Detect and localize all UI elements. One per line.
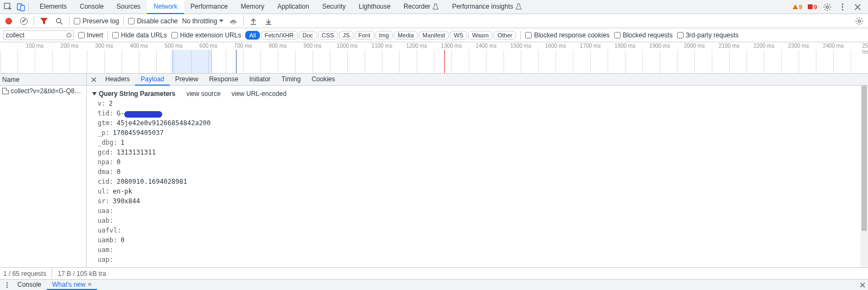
param-key: cid	[98, 178, 113, 185]
drawer-tab-console[interactable]: Console	[12, 280, 47, 290]
param-key: tid	[98, 109, 113, 117]
details-tab-preview[interactable]: Preview	[170, 74, 204, 86]
timeline-tick: 1000 ms	[337, 42, 358, 49]
search-button[interactable]	[54, 16, 65, 27]
timeline-selection[interactable]	[172, 50, 212, 73]
filter-toggle-button[interactable]	[39, 16, 49, 27]
network-settings-gear-icon[interactable]	[854, 16, 865, 27]
top-tab-memory[interactable]: Memory	[234, 0, 271, 14]
type-filter-img[interactable]: Img	[375, 31, 393, 40]
blocked-response-cookies-checkbox[interactable]: Blocked response cookies	[525, 31, 609, 39]
drawer-close-button[interactable]	[857, 280, 868, 290]
drawer-tab-close-icon[interactable]: ×	[88, 281, 92, 288]
filter-clear-button[interactable]	[65, 31, 73, 39]
divider	[520, 31, 521, 40]
type-filter-js[interactable]: JS	[339, 31, 354, 40]
type-filter-media[interactable]: Media	[394, 31, 418, 40]
disable-cache-input[interactable]	[128, 18, 135, 24]
warnings-badge[interactable]: 9	[792, 4, 803, 10]
param-key: gcd	[98, 149, 113, 156]
type-filter-bar: AllFetch/XHRDocCSSJSFontImgMediaManifest…	[245, 31, 516, 40]
download-har-icon[interactable]	[263, 16, 274, 27]
svg-point-15	[56, 18, 61, 23]
top-tab-console[interactable]: Console	[73, 0, 110, 14]
details-tab-initiator[interactable]: Initiator	[244, 74, 276, 86]
hide-extension-urls-checkbox[interactable]: Hide extension URLs	[171, 31, 241, 39]
top-tab-recorder[interactable]: Recorder	[397, 0, 445, 14]
top-tab-elements[interactable]: Elements	[33, 0, 73, 14]
disable-cache-checkbox[interactable]: Disable cache	[128, 17, 177, 25]
throttling-select[interactable]: No throttling	[182, 17, 224, 25]
blocked-requests-input[interactable]	[614, 32, 621, 38]
record-button[interactable]	[3, 16, 14, 27]
drawer-more-icon[interactable]	[2, 280, 12, 290]
top-tab-lighthouse[interactable]: Lighthouse	[352, 0, 397, 14]
type-filter-wasm[interactable]: Wasm	[468, 31, 493, 40]
drawer-tab-what-s-new[interactable]: What's new×	[47, 280, 97, 290]
errors-badge[interactable]: 9	[807, 4, 818, 10]
throttling-value: No throttling	[182, 17, 218, 25]
request-row[interactable]: collect?v=2&tid=G-Q8THBBF5...	[0, 86, 86, 96]
gear-icon[interactable]	[821, 1, 833, 13]
hide-extension-urls-input[interactable]	[171, 32, 178, 38]
type-filter-manifest[interactable]: Manifest	[419, 31, 449, 40]
invert-checkbox[interactable]: Invert	[78, 31, 103, 39]
third-party-checkbox[interactable]: 3rd-party requests	[677, 31, 738, 39]
network-overview-timeline[interactable]: 100 ms200 ms300 ms400 ms500 ms600 ms700 …	[0, 42, 868, 74]
details-close-button[interactable]	[88, 74, 100, 86]
top-tab-performance-insights[interactable]: Performance insights	[445, 0, 528, 14]
top-tab-performance[interactable]: Performance	[184, 0, 234, 14]
close-icon[interactable]	[852, 1, 864, 13]
top-tab-security[interactable]: Security	[316, 0, 352, 14]
preserve-log-checkbox[interactable]: Preserve log	[74, 17, 119, 25]
clear-icon	[20, 17, 28, 25]
request-list-header[interactable]: Name	[0, 74, 86, 86]
tab-label: Application	[277, 3, 309, 10]
timeline-tick: 1900 ms	[649, 42, 670, 49]
upload-har-icon[interactable]	[248, 16, 259, 27]
filter-input[interactable]	[3, 30, 74, 40]
type-filter-font[interactable]: Font	[355, 31, 374, 40]
blocked-requests-checkbox[interactable]: Blocked requests	[614, 31, 673, 39]
more-icon[interactable]	[837, 1, 848, 13]
param-key: npa	[98, 158, 113, 166]
type-filter-other[interactable]: Other	[494, 31, 516, 40]
network-conditions-icon[interactable]	[228, 16, 239, 27]
param-row: gtm45je42e0v91266854842a200	[90, 118, 868, 128]
top-tab-sources[interactable]: Sources	[110, 0, 147, 14]
third-party-input[interactable]	[677, 32, 684, 38]
type-filter-css[interactable]: CSS	[318, 31, 338, 40]
payload-section-header[interactable]: Query String Parameters view source view…	[90, 89, 868, 99]
preserve-log-input[interactable]	[74, 18, 80, 24]
details-tab-timing[interactable]: Timing	[276, 74, 307, 86]
param-key: v	[98, 100, 105, 107]
clear-button[interactable]	[18, 16, 29, 27]
view-source-link[interactable]: view source	[186, 90, 220, 98]
details-tab-payload[interactable]: Payload	[135, 74, 169, 86]
hide-data-urls-checkbox[interactable]: Hide data URLs	[112, 31, 167, 39]
param-row: uab	[90, 216, 868, 225]
svg-point-31	[7, 284, 8, 285]
top-tab-network[interactable]: Network	[147, 0, 184, 14]
tab-label: Console	[80, 3, 104, 10]
timeline-tick: 200 ms	[61, 42, 79, 49]
param-key: ul	[98, 188, 110, 195]
timeline-tick: 800 ms	[269, 42, 287, 49]
type-filter-doc[interactable]: Doc	[299, 31, 317, 40]
inspect-element-icon[interactable]	[2, 1, 14, 13]
device-toggle-icon[interactable]	[15, 1, 27, 13]
details-vertical-scrollbar[interactable]	[860, 86, 868, 267]
details-tab-response[interactable]: Response	[203, 74, 244, 86]
param-value: 0	[120, 236, 124, 244]
type-filter-ws[interactable]: WS	[450, 31, 467, 40]
details-tab-headers[interactable]: Headers	[100, 74, 135, 86]
hide-data-urls-input[interactable]	[112, 32, 119, 38]
type-filter-fetch-xhr[interactable]: Fetch/XHR	[261, 31, 298, 40]
type-filter-all[interactable]: All	[245, 31, 259, 40]
invert-input[interactable]	[78, 32, 85, 38]
top-tab-application[interactable]: Application	[271, 0, 316, 14]
scrollbar-thumb[interactable]	[861, 86, 867, 231]
view-url-encoded-link[interactable]: view URL-encoded	[232, 90, 286, 98]
details-tab-cookies[interactable]: Cookies	[306, 74, 340, 86]
blocked-response-cookies-input[interactable]	[525, 32, 532, 38]
